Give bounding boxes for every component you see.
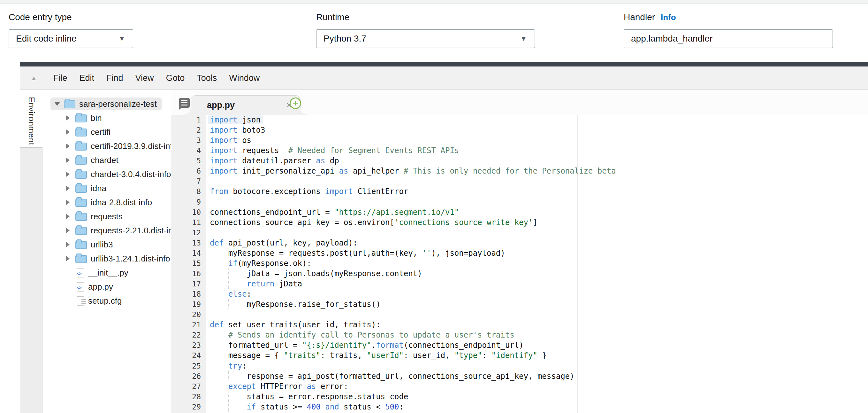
tree-item-setup.cfg[interactable]: setup.cfg: [42, 294, 171, 308]
code-line-24[interactable]: message = { "traits": traits, "userId": …: [206, 350, 868, 361]
code-line-20[interactable]: [206, 309, 868, 320]
code-line-14[interactable]: myResponse = requests.post(url,auth=(key…: [206, 248, 868, 258]
line-number-26[interactable]: 26: [171, 371, 206, 381]
line-number-24[interactable]: 24: [171, 350, 206, 361]
code-line-13[interactable]: def api_post(url, key, payload):: [206, 238, 868, 248]
tree-item-requests-2.21.0.dist-info[interactable]: requests-2.21.0.dist-info: [42, 224, 171, 237]
caret-collapsed-icon[interactable]: [66, 185, 74, 191]
code-line-1[interactable]: import json: [206, 115, 868, 125]
caret-collapsed-icon[interactable]: [66, 157, 74, 163]
menu-item-tools[interactable]: Tools: [191, 73, 223, 83]
line-number-28[interactable]: 28: [171, 391, 206, 402]
tree-item-idna[interactable]: idna: [42, 181, 171, 195]
code-area[interactable]: 1234567891011121314151617181920212223242…: [171, 115, 868, 413]
code-line-16[interactable]: jData = json.loads(myResponse.content): [206, 268, 868, 279]
caret-collapsed-icon[interactable]: [66, 129, 74, 135]
code-line-19[interactable]: myResponse.raise_for_status(): [206, 299, 868, 309]
caret-expanded-icon[interactable]: [54, 102, 63, 106]
line-number-22[interactable]: 22: [171, 330, 206, 340]
code-line-28[interactable]: status = error.response.status_code: [206, 391, 868, 402]
tree-item-__init__.py[interactable]: <>__init__.py: [42, 266, 171, 280]
menu-item-view[interactable]: View: [129, 73, 160, 83]
line-number-gutter[interactable]: 1234567891011121314151617181920212223242…: [171, 115, 206, 413]
code-line-7[interactable]: [206, 176, 868, 186]
line-number-20[interactable]: 20: [171, 309, 206, 320]
line-number-2[interactable]: 2: [171, 125, 206, 135]
caret-collapsed-icon[interactable]: [66, 242, 74, 247]
tab-list-icon[interactable]: [179, 98, 190, 108]
code-line-15[interactable]: if(myResponse.ok):: [206, 258, 868, 268]
menu-item-goto[interactable]: Goto: [160, 73, 191, 83]
code-line-18[interactable]: else:: [206, 289, 868, 299]
line-number-1[interactable]: 1: [171, 115, 206, 125]
line-number-14[interactable]: 14: [171, 248, 206, 258]
line-number-16[interactable]: 16: [171, 268, 206, 279]
line-number-13[interactable]: 13: [171, 238, 206, 248]
code-line-10[interactable]: connections_endpoint_url = "https://api.…: [206, 207, 868, 217]
line-number-10[interactable]: 10: [171, 207, 206, 217]
code-content[interactable]: import jsonimport boto3import osimport r…: [206, 115, 868, 413]
caret-collapsed-icon[interactable]: [66, 143, 74, 149]
line-number-15[interactable]: 15: [171, 258, 206, 268]
tree-item-requests[interactable]: requests: [42, 209, 171, 224]
code-line-29[interactable]: if status >= 400 and status < 500:: [206, 402, 868, 412]
tree-item-urllib3-1.24.1.dist-info[interactable]: urllib3-1.24.1.dist-info: [42, 252, 171, 266]
menu-item-window[interactable]: Window: [223, 73, 266, 83]
line-number-21[interactable]: 21: [171, 320, 206, 330]
line-number-17[interactable]: 17: [171, 279, 206, 289]
tree-item-certifi-2019.3.9.dist-info[interactable]: certifi-2019.3.9.dist-info: [42, 139, 171, 153]
caret-collapsed-icon[interactable]: [66, 115, 74, 121]
handler-info-link[interactable]: Info: [661, 12, 676, 22]
menu-item-file[interactable]: File: [47, 73, 73, 83]
line-number-18[interactable]: 18: [171, 289, 206, 299]
menu-item-find[interactable]: Find: [100, 73, 129, 83]
line-number-27[interactable]: 27: [171, 381, 206, 391]
menu-item-edit[interactable]: Edit: [73, 73, 101, 83]
line-number-25[interactable]: 25: [171, 361, 206, 371]
code-line-17[interactable]: return jData: [206, 279, 868, 289]
tree-item-urllib3[interactable]: urllib3: [42, 237, 171, 252]
code-line-25[interactable]: try:: [206, 361, 868, 371]
code-line-21[interactable]: def set_user_traits(user_id, traits):: [206, 320, 868, 330]
line-number-19[interactable]: 19: [171, 299, 206, 309]
code-line-4[interactable]: import requests # Needed for Segment Eve…: [206, 145, 868, 156]
tab-app-py[interactable]: app.py ×: [191, 95, 301, 115]
line-number-12[interactable]: 12: [171, 228, 206, 238]
caret-collapsed-icon[interactable]: [66, 200, 74, 205]
code-line-22[interactable]: # Sends an identify call to Personas to …: [206, 330, 868, 340]
caret-collapsed-icon[interactable]: [66, 228, 74, 233]
tree-item-bin[interactable]: bin: [42, 111, 171, 125]
code-line-9[interactable]: [206, 197, 868, 207]
caret-collapsed-icon[interactable]: [66, 171, 74, 177]
tree-item-sara-personalize-test[interactable]: sara-personalize-test: [42, 97, 171, 111]
line-number-4[interactable]: 4: [171, 145, 206, 156]
caret-collapsed-icon[interactable]: [66, 213, 74, 219]
line-number-5[interactable]: 5: [171, 156, 206, 166]
collapse-editor-icon[interactable]: ▲: [31, 75, 41, 82]
code-line-6[interactable]: import init_personalize_api as api_helpe…: [206, 166, 868, 176]
tree-item-chardet-3.0.4.dist-info[interactable]: chardet-3.0.4.dist-info: [42, 167, 171, 181]
line-number-9[interactable]: 9: [171, 197, 206, 207]
line-number-6[interactable]: 6: [171, 166, 206, 176]
tree-item-certifi[interactable]: certifi: [42, 125, 171, 139]
code-line-23[interactable]: formatted_url = "{:s}/identify".format(c…: [206, 340, 868, 350]
line-number-11[interactable]: 11: [171, 217, 206, 228]
tree-item-chardet[interactable]: chardet: [42, 153, 171, 167]
code-line-26[interactable]: response = api_post(formatted_url, conne…: [206, 371, 868, 381]
code-line-2[interactable]: import boto3: [206, 125, 868, 135]
code-line-3[interactable]: import os: [206, 135, 868, 145]
runtime-select[interactable]: Python 3.7 ▼: [316, 29, 535, 48]
line-number-3[interactable]: 3: [171, 135, 206, 145]
environment-tab[interactable]: Environment: [20, 90, 42, 147]
tree-item-idna-2.8.dist-info[interactable]: idna-2.8.dist-info: [42, 195, 171, 209]
line-number-7[interactable]: 7: [171, 176, 206, 186]
code-line-12[interactable]: [206, 228, 868, 238]
line-number-8[interactable]: 8: [171, 186, 206, 197]
handler-input[interactable]: [631, 34, 826, 44]
tree-item-app.py[interactable]: <>app.py: [42, 280, 171, 294]
line-number-23[interactable]: 23: [171, 340, 206, 350]
line-number-29[interactable]: 29: [171, 402, 206, 412]
code-line-8[interactable]: from botocore.exceptions import ClientEr…: [206, 186, 868, 197]
code-line-27[interactable]: except HTTPError as error:: [206, 381, 868, 391]
code-line-11[interactable]: connections_source_api_key = os.environ[…: [206, 217, 868, 228]
